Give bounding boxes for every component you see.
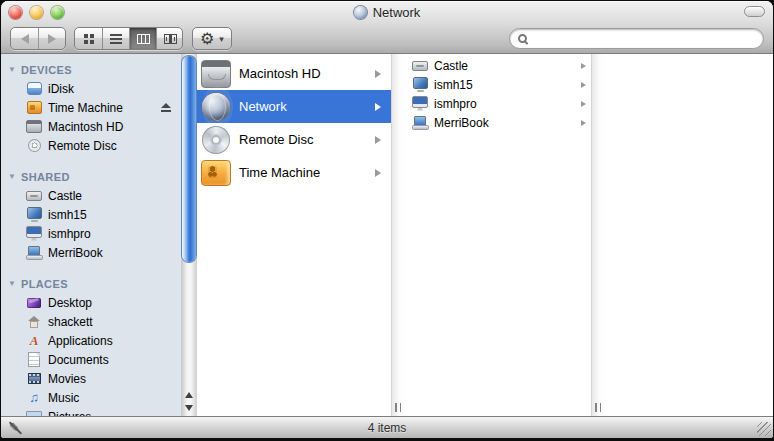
search-input[interactable]	[527, 32, 755, 46]
sidebar-item-documents[interactable]: Documents	[1, 350, 181, 369]
window-resize-grip[interactable]	[757, 422, 771, 436]
desktop-icon	[26, 295, 42, 311]
sidebar-item-music[interactable]: ♫ Music	[1, 388, 181, 407]
column-row-castle[interactable]: Castle	[404, 56, 591, 75]
section-header-places[interactable]: ▼ PLACES	[1, 274, 181, 293]
gear-icon: ⚙	[200, 31, 214, 47]
scrollbar-thumb[interactable]	[182, 56, 196, 262]
main-content: ▼ DEVICES iDisk Time Machine Macin	[1, 54, 773, 416]
chevron-right-icon	[581, 82, 586, 88]
time-machine-icon	[26, 100, 42, 116]
section-label: PLACES	[21, 278, 68, 290]
sidebar-item-label: Remote Disc	[48, 139, 117, 153]
sidebar-item-macintosh-hd[interactable]: Macintosh HD	[1, 117, 181, 136]
scroll-up-arrow[interactable]	[185, 392, 193, 398]
column-row-time-machine[interactable]: Time Machine	[197, 156, 391, 189]
sidebar-section-places: ▼ PLACES Desktop shackett A Applications	[1, 274, 181, 416]
sidebar-item-movies[interactable]: Movies	[1, 369, 181, 388]
search-icon	[518, 34, 527, 43]
sidebar-item-applications[interactable]: A Applications	[1, 331, 181, 350]
scroll-down-arrow[interactable]	[185, 405, 193, 411]
imac-icon	[26, 226, 42, 242]
home-icon	[26, 314, 42, 330]
window-chrome: Network ⚙ ▾	[1, 1, 773, 438]
sidebar-section-devices: ▼ DEVICES iDisk Time Machine Macin	[1, 60, 181, 155]
chevron-right-icon	[581, 63, 586, 69]
close-button[interactable]	[9, 6, 22, 19]
section-label: SHARED	[21, 171, 70, 183]
icon-view-button[interactable]	[75, 28, 102, 49]
chevron-right-icon	[375, 169, 381, 177]
disclosure-triangle-icon: ▼	[8, 279, 16, 288]
action-menu-button[interactable]: ⚙ ▾	[192, 27, 232, 50]
title-group: Network	[354, 5, 421, 20]
column-resize-handle[interactable]	[595, 403, 601, 412]
row-label: Remote Disc	[239, 132, 313, 147]
sidebar-item-idisk[interactable]: iDisk	[1, 79, 181, 98]
row-label: ismh15	[434, 78, 473, 92]
sidebar-item-merribook[interactable]: MerriBook	[1, 243, 181, 262]
browser-column-2: Castle ismh15 ismhpro MerriBook	[404, 54, 591, 416]
sidebar-item-home[interactable]: shackett	[1, 312, 181, 331]
forward-button[interactable]	[38, 28, 65, 49]
no-write-permission-icon: ✎	[8, 420, 24, 436]
column-row-network[interactable]: Network	[197, 90, 391, 123]
toolbar-toggle-button[interactable]	[744, 6, 765, 17]
section-header-devices[interactable]: ▼ DEVICES	[1, 60, 181, 79]
column-view-icon	[137, 34, 150, 44]
sidebar-item-pictures[interactable]: Pictures	[1, 407, 181, 416]
column-1-scroll-track[interactable]	[391, 54, 404, 416]
row-label: Macintosh HD	[239, 66, 321, 81]
minimize-button[interactable]	[30, 6, 43, 19]
sidebar-item-ismh15[interactable]: ismh15	[1, 205, 181, 224]
back-arrow-icon	[21, 34, 29, 44]
back-forward-group	[10, 27, 66, 50]
column-row-macintosh-hd[interactable]: Macintosh HD	[197, 57, 391, 90]
row-label: Castle	[434, 59, 468, 73]
disclosure-triangle-icon: ▼	[8, 65, 16, 74]
sidebar: ▼ DEVICES iDisk Time Machine Macin	[1, 54, 181, 416]
zoom-button[interactable]	[51, 6, 64, 19]
idisk-icon	[26, 81, 42, 97]
column-row-merribook[interactable]: MerriBook	[404, 113, 591, 132]
column-resize-handle[interactable]	[395, 403, 401, 412]
item-count: 4 items	[368, 421, 407, 435]
row-label: ismhpro	[434, 97, 477, 111]
chevron-right-icon	[375, 103, 381, 111]
sidebar-item-castle[interactable]: Castle	[1, 186, 181, 205]
sidebar-item-time-machine[interactable]: Time Machine	[1, 98, 181, 117]
column-view-button[interactable]	[129, 28, 156, 49]
sidebar-item-desktop[interactable]: Desktop	[1, 293, 181, 312]
row-label: Time Machine	[239, 165, 320, 180]
network-proxy-icon[interactable]	[354, 6, 367, 19]
sidebar-item-remote-disc[interactable]: Remote Disc	[1, 136, 181, 155]
column-row-ismhpro[interactable]: ismhpro	[404, 94, 591, 113]
sidebar-scrollbar[interactable]	[181, 54, 197, 416]
column-2-scroll-track[interactable]	[591, 54, 604, 416]
view-mode-control	[74, 27, 183, 50]
section-label: DEVICES	[21, 64, 72, 76]
browser-column-3	[604, 54, 773, 416]
section-header-shared[interactable]: ▼ SHARED	[1, 167, 181, 186]
scrollbar-arrows	[181, 392, 197, 411]
list-view-icon	[110, 34, 122, 44]
server-icon	[26, 188, 42, 204]
cover-flow-view-button[interactable]	[156, 28, 183, 49]
titlebar: Network	[1, 1, 773, 23]
sidebar-item-label: Castle	[48, 189, 82, 203]
chevron-right-icon	[581, 120, 586, 126]
disclosure-triangle-icon: ▼	[8, 172, 16, 181]
sidebar-item-ismhpro[interactable]: ismhpro	[1, 224, 181, 243]
column-row-remote-disc[interactable]: Remote Disc	[197, 123, 391, 156]
search-field[interactable]	[509, 28, 764, 49]
sidebar-item-label: shackett	[48, 315, 93, 329]
icon-view-icon	[84, 34, 94, 44]
list-view-button[interactable]	[102, 28, 129, 49]
hard-drive-icon	[26, 119, 42, 135]
sidebar-item-label: Documents	[48, 353, 109, 367]
eject-icon[interactable]	[160, 103, 172, 112]
sidebar-item-label: Desktop	[48, 296, 92, 310]
sidebar-item-label: Time Machine	[48, 101, 123, 115]
back-button[interactable]	[11, 28, 38, 49]
column-row-ismh15[interactable]: ismh15	[404, 75, 591, 94]
